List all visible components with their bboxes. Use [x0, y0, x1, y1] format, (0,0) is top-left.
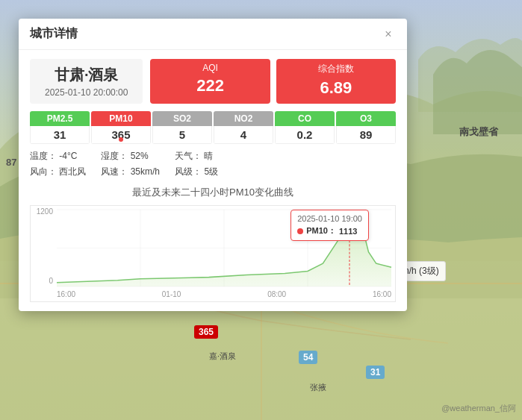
tooltip-dot: [297, 228, 303, 234]
pollutant-cell-so2: SO25: [152, 111, 212, 144]
x-label-3: 08:00: [267, 290, 286, 298]
city-name: 甘肃·酒泉: [45, 65, 128, 85]
chart-title: 最近及未来二十四小时PM10变化曲线: [30, 186, 396, 199]
weather-condition-info: 天气： 晴: [175, 150, 218, 163]
weather-col-mid: 湿度： 52% 风速： 35km/h: [101, 150, 160, 178]
weather-col-right: 天气： 晴 风级： 5级: [175, 150, 218, 178]
composite-value: 6.89: [284, 78, 388, 98]
tooltip-number: 1113: [339, 227, 357, 236]
pollutant-label: CO: [275, 111, 335, 126]
pollutant-label: NO2: [214, 111, 273, 126]
aqi-value: 222: [158, 76, 262, 95]
weather-col-left: 温度： -4°C 风向： 西北风: [30, 150, 86, 178]
chart-tooltip: 2025-01-10 19:00 PM10： 1113: [290, 210, 369, 241]
chart-y-axis: 1200 0: [31, 206, 57, 286]
pollutant-value: 4: [214, 126, 273, 144]
pollutant-label: O3: [336, 111, 396, 126]
tooltip-date: 2025-01-10 19:00: [297, 214, 362, 223]
modal-header: 城市详情 ×: [19, 19, 407, 50]
modal-body: 甘肃·酒泉 2025-01-10 20:00:00 AQI 222 综合指数 6…: [19, 50, 407, 311]
map-badge-31[interactable]: 31: [366, 366, 385, 379]
composite-block: 综合指数 6.89: [276, 59, 396, 104]
map-badge-365[interactable]: 365: [194, 325, 218, 339]
humidity-info: 湿度： 52%: [101, 150, 160, 163]
x-label-2: 01-10: [162, 290, 181, 298]
x-label-1: 16:00: [57, 290, 75, 298]
pollutant-cell-no2: NO24: [214, 111, 273, 144]
watermark: @weatherman_信阿: [441, 403, 516, 414]
city-name-block: 甘肃·酒泉 2025-01-10 20:00:00: [30, 59, 143, 104]
map-label-nan-gobi: 南戈壁省: [459, 125, 498, 139]
aqi-label: AQI: [158, 63, 262, 73]
pollutant-value: 31: [30, 126, 90, 144]
y-label-bottom: 0: [34, 277, 53, 285]
city-detail-modal: 城市详情 × 甘肃·酒泉 2025-01-10 20:00:00 AQI 222…: [19, 19, 407, 311]
close-button[interactable]: ×: [381, 27, 396, 42]
pollutant-value: 365: [91, 126, 151, 144]
aqi-block: AQI 222: [150, 59, 270, 104]
map-label-jiaquan: 嘉·酒泉: [209, 351, 236, 362]
chart-container: 1200 0: [30, 205, 396, 302]
modal-title: 城市详情: [30, 26, 78, 42]
map-label-zhangye: 张掖: [310, 382, 326, 393]
chart-x-axis: 16:00 01-10 08:00 16:00: [57, 286, 391, 301]
pollutant-cell-co: CO0.2: [275, 111, 335, 144]
wind-speed-info: 风速： 35km/h: [101, 166, 160, 178]
composite-label: 综合指数: [284, 63, 388, 75]
pollutant-value: 5: [152, 126, 212, 144]
wind-level-info: 风级： 5级: [175, 166, 218, 178]
pollutant-row: PM2.531PM10365SO25NO24CO0.2O389: [30, 111, 396, 144]
wind-dir-info: 风向： 西北风: [30, 166, 86, 178]
pollutant-cell-pm10: PM10365: [91, 111, 151, 144]
weather-row: 温度： -4°C 风向： 西北风 湿度： 52% 风速： 35km/h: [30, 150, 396, 178]
y-label-top: 1200: [34, 207, 53, 216]
pollutant-value: 89: [336, 126, 396, 144]
map-badge-54[interactable]: 54: [299, 351, 317, 364]
pollutant-label: PM10: [91, 111, 151, 126]
pollutant-label: SO2: [152, 111, 212, 126]
aqi-blocks: AQI 222 综合指数 6.89: [150, 59, 396, 104]
pollutant-cell-o3: O389: [336, 111, 396, 144]
temp-info: 温度： -4°C: [30, 150, 86, 163]
tooltip-value: PM10： 1113: [297, 225, 362, 236]
pollutant-dot: [119, 137, 123, 142]
tooltip-label: PM10：: [306, 225, 336, 236]
pollutant-cell-pm2.5: PM2.531: [30, 111, 90, 144]
pollutant-value: 0.2: [275, 126, 335, 144]
map-label-87: 87: [6, 157, 16, 168]
pollutant-label: PM2.5: [30, 111, 90, 126]
chart-area: 2025-01-10 19:00 PM10： 1113: [57, 210, 391, 286]
city-datetime: 2025-01-10 20:00:00: [45, 87, 128, 98]
x-label-4: 16:00: [373, 290, 391, 298]
city-info-row: 甘肃·酒泉 2025-01-10 20:00:00 AQI 222 综合指数 6…: [30, 59, 396, 104]
